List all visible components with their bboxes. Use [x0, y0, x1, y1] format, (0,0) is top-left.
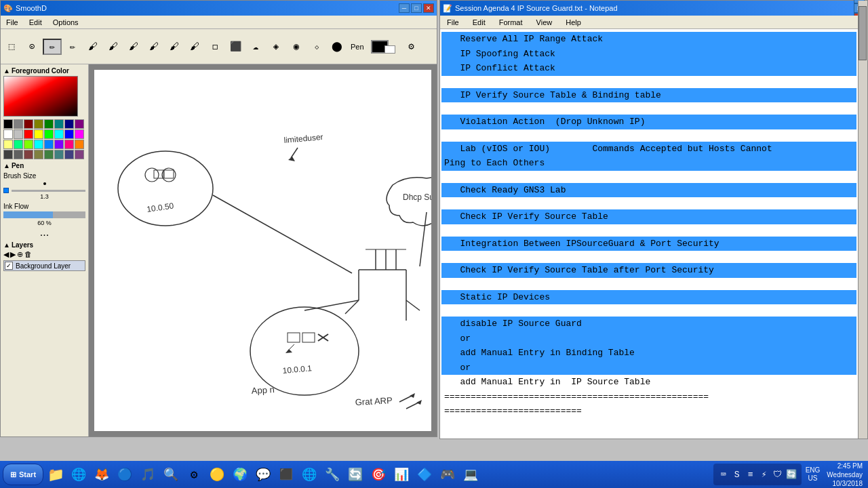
- notepad-menu-help[interactable]: Help: [561, 17, 585, 28]
- tool-brush4[interactable]: 🖌: [144, 39, 163, 55]
- color-swatch[interactable]: [75, 140, 84, 149]
- color-swatch[interactable]: [24, 119, 33, 129]
- color-swatch[interactable]: [54, 129, 64, 139]
- color-swatch[interactable]: [54, 140, 64, 149]
- color-swatch[interactable]: [54, 119, 64, 129]
- color-swatch[interactable]: [64, 119, 74, 129]
- color-swatch[interactable]: [14, 150, 23, 159]
- tool-brush3[interactable]: 🖌: [124, 39, 143, 55]
- color-swatch[interactable]: [64, 140, 74, 149]
- color-swatch[interactable]: [75, 150, 84, 159]
- paint-menu-edit[interactable]: Edit: [26, 17, 45, 28]
- tray-icon-app2[interactable]: ≡: [745, 468, 757, 481]
- scrollbar-thumb[interactable]: [859, 6, 867, 60]
- tool-select[interactable]: ⬚: [2, 39, 21, 55]
- color-swatch[interactable]: [3, 119, 13, 129]
- paint-menu-options[interactable]: Options: [50, 17, 81, 28]
- color-swatch[interactable]: [64, 150, 74, 159]
- color-swatch[interactable]: [44, 150, 54, 159]
- tool-pencil[interactable]: ✏: [63, 39, 82, 55]
- taskbar-icon-chrome[interactable]: 🔵: [114, 464, 136, 485]
- taskbar-icon-network[interactable]: 🌍: [229, 464, 251, 485]
- more-options-dots[interactable]: ...: [3, 226, 85, 239]
- taskbar-icon-app6[interactable]: 🎮: [437, 464, 458, 485]
- ink-flow-bar[interactable]: [3, 211, 85, 218]
- color-swatch[interactable]: [44, 119, 54, 129]
- color-swatch[interactable]: [3, 129, 13, 139]
- tool-extra2[interactable]: ⬤: [328, 39, 347, 55]
- tray-icon-keyboard[interactable]: ⌨: [717, 468, 730, 481]
- tool-blur[interactable]: ◈: [267, 39, 285, 55]
- taskbar-icon-app3[interactable]: 🎯: [368, 464, 389, 485]
- tool-pen[interactable]: ✏: [43, 39, 62, 55]
- taskbar-icon-app4[interactable]: 📊: [391, 464, 412, 485]
- layer-add[interactable]: ⊕: [17, 250, 23, 259]
- drawing-canvas[interactable]: 10.0.50 limiteduser Dhcp Su: [94, 70, 431, 431]
- tool-brush5[interactable]: 🖌: [165, 39, 184, 55]
- color-swatch[interactable]: [64, 129, 74, 139]
- tray-icon-shield[interactable]: 🛡: [772, 468, 784, 481]
- color-picker-gradient[interactable]: [3, 76, 78, 117]
- slider-thumb-left[interactable]: [3, 188, 9, 193]
- taskbar-icon-app5[interactable]: 🔷: [414, 464, 435, 485]
- color-swatch[interactable]: [34, 150, 43, 159]
- paint-minimize-button[interactable]: ─: [399, 3, 410, 13]
- notepad-menu-format[interactable]: Format: [495, 17, 527, 28]
- tool-eraser[interactable]: ◻: [205, 39, 224, 55]
- tray-icon-app1[interactable]: S: [731, 468, 743, 481]
- color-swatch[interactable]: [14, 119, 23, 129]
- tray-icon-spin[interactable]: 🔄: [785, 468, 797, 481]
- color-swatch[interactable]: [24, 140, 33, 149]
- notepad-menu-view[interactable]: View: [532, 17, 557, 28]
- tool-settings[interactable]: ⚙: [402, 39, 421, 55]
- taskbar-icon-app1[interactable]: 🔧: [321, 464, 343, 485]
- color-swatch[interactable]: [3, 150, 13, 159]
- notepad-menu-file[interactable]: File: [443, 17, 463, 28]
- color-swatch[interactable]: [44, 129, 54, 139]
- taskbar-icon-ie[interactable]: 🌐: [68, 464, 90, 485]
- layer-right-arrow[interactable]: ▶: [10, 250, 16, 259]
- tool-fill[interactable]: ⬛: [226, 39, 245, 55]
- brush-size-slider[interactable]: 1.3: [3, 188, 85, 200]
- taskbar-icon-settings[interactable]: ⚙: [183, 464, 205, 485]
- color-swatch[interactable]: [3, 140, 13, 149]
- tray-icon-app3[interactable]: ⚡: [758, 468, 770, 481]
- paint-menu-file[interactable]: File: [3, 17, 21, 28]
- color-swatch[interactable]: [24, 150, 33, 159]
- notepad-menu-edit[interactable]: Edit: [469, 17, 490, 28]
- taskbar-icon-explorer[interactable]: 📁: [45, 464, 66, 485]
- color-swatch[interactable]: [34, 119, 43, 129]
- layer-left-arrow[interactable]: ◀: [3, 250, 9, 259]
- paint-maximize-button[interactable]: □: [411, 3, 422, 13]
- taskbar-icon-globe2[interactable]: 🌐: [298, 464, 320, 485]
- paint-close-button[interactable]: ✕: [423, 3, 434, 13]
- color-swatch[interactable]: [75, 119, 84, 129]
- tool-dodge[interactable]: ◉: [287, 39, 306, 55]
- color-swatch[interactable]: [14, 140, 23, 149]
- layer-checkbox[interactable]: ✓: [5, 262, 13, 270]
- taskbar-icon-yellow[interactable]: 🟡: [206, 464, 228, 485]
- system-clock[interactable]: 2:45 PM Wednesday 10/3/2018: [824, 462, 865, 488]
- taskbar-icon-search[interactable]: 🔍: [160, 464, 182, 485]
- notepad-content[interactable]: Reserve All IP Range Attack IP Spoofing …: [440, 29, 867, 439]
- background-layer-item[interactable]: ✓ Background Layer: [3, 260, 85, 271]
- color-swatch[interactable]: [44, 140, 54, 149]
- taskbar-icon-terminal[interactable]: ⬛: [275, 464, 297, 485]
- tool-brush2[interactable]: 🖌: [104, 39, 123, 55]
- color-swatch[interactable]: [75, 129, 84, 139]
- tool-brush1[interactable]: 🖌: [83, 39, 102, 55]
- color-swatch[interactable]: [54, 150, 64, 159]
- tool-smudge[interactable]: ☁: [246, 39, 265, 55]
- canvas-inner[interactable]: 10.0.50 limiteduser Dhcp Su: [94, 70, 431, 431]
- language-indicator[interactable]: ENG US: [803, 466, 823, 483]
- taskbar-icon-media[interactable]: 🎵: [137, 464, 159, 485]
- taskbar-icon-app2[interactable]: 🔄: [344, 464, 366, 485]
- tool-brush6[interactable]: 🖌: [185, 39, 204, 55]
- tool-lasso[interactable]: ⊙: [22, 39, 41, 55]
- color-swatch[interactable]: [14, 129, 23, 139]
- tool-extra1[interactable]: ⬦: [307, 39, 326, 55]
- color-swatch[interactable]: [24, 129, 33, 139]
- color-swatch[interactable]: [34, 129, 43, 139]
- layer-delete[interactable]: 🗑: [24, 250, 32, 259]
- notepad-scrollbar[interactable]: [858, 1, 867, 439]
